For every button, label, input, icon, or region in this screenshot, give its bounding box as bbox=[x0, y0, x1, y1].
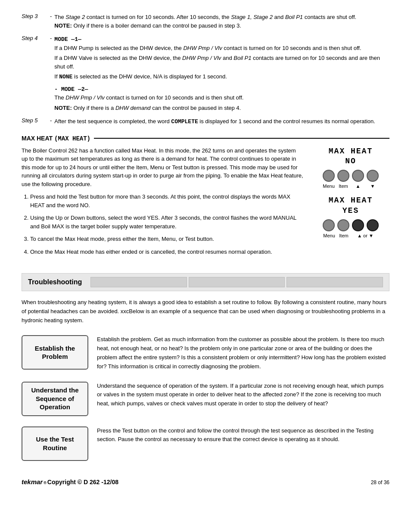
btn-down-1[interactable] bbox=[367, 170, 379, 182]
btn-label-item-1: Item bbox=[337, 184, 349, 189]
step-5-label: Step 5 bbox=[22, 117, 47, 124]
step4-mode2-line1-post: contact is turned on for 10 seconds and … bbox=[105, 94, 244, 101]
max-heat-list: Press and hold the Test button for more … bbox=[30, 193, 303, 256]
max-heat-item4-italic: Max Heat bbox=[54, 249, 78, 255]
step4-mode1-line2: If a DHW Valve is selected as the DHW de… bbox=[54, 54, 389, 71]
step-4-row: Step 4 - MODE —1— If a DHW Pump is selec… bbox=[22, 35, 389, 112]
ts-description-test: Press the Test button on the control and… bbox=[97, 426, 389, 445]
ts-item-establish: Establish the Problem Establish the prob… bbox=[22, 335, 389, 371]
step4-note-text-pre: Only if there is a bbox=[72, 105, 115, 111]
max-heat-item1-italic: Test bbox=[78, 193, 89, 200]
step4-mode1-line1-post: contact is turned on for 10 seconds and … bbox=[222, 45, 361, 51]
step4-note-text-post: can the control be paused in step 4. bbox=[151, 105, 241, 111]
step4-mode1-line2-pre: If a DHW Valve is selected as the DHW de… bbox=[54, 55, 182, 61]
step5-text-post: is displayed for 1 second and the contro… bbox=[198, 118, 375, 124]
btn-menu-2[interactable] bbox=[323, 219, 335, 231]
btn-label-down-1: ▼ bbox=[367, 184, 379, 189]
ts-box-sequence: Understand the Sequence of Operation bbox=[22, 382, 88, 416]
max-heat-title-mono: (MAX HEAT) bbox=[54, 135, 90, 142]
step-4-body: MODE —1— If a DHW Pump is selected as th… bbox=[54, 35, 389, 112]
ts-item-test: Use the Test Routine Press the Test butt… bbox=[22, 426, 389, 461]
step-3-label: Step 3 bbox=[22, 13, 47, 19]
step-5-dash: - bbox=[50, 117, 52, 124]
footer-brand: tekmar® Copyright © D 262 -12/08 bbox=[22, 478, 118, 485]
ts-box-test: Use the Test Routine bbox=[22, 426, 88, 461]
max-heat-line bbox=[94, 138, 389, 139]
step3-text4: contacts are shut off. bbox=[303, 14, 356, 20]
btn-item-2[interactable] bbox=[337, 219, 349, 231]
step3-note-text: Only if there is a boiler demand can the… bbox=[72, 22, 241, 29]
step3-text1: The bbox=[54, 14, 65, 20]
step4-note-label: NOTE: bbox=[54, 105, 72, 111]
step-4-label: Step 4 bbox=[22, 35, 47, 41]
step4-mode1-mono: NONE bbox=[59, 74, 72, 80]
ts-box-establish-label: Establish the Problem bbox=[26, 344, 84, 361]
max-heat-item-2: Using the Up or Down buttons, select the… bbox=[30, 214, 303, 230]
step3-note-label: NOTE: bbox=[54, 22, 72, 29]
display-box-yes: MAX HEATYES Menu Item ▲ or ▼ bbox=[323, 196, 379, 238]
max-heat-title-text: MAX HEAT bbox=[22, 135, 54, 142]
buttons-row-2 bbox=[323, 219, 379, 231]
page-footer: tekmar® Copyright © D 262 -12/08 28 of 3… bbox=[22, 478, 389, 485]
step5-mono: COMPLETE bbox=[171, 118, 198, 125]
btn-labels-1: Menu Item ▲ ▼ bbox=[323, 184, 379, 189]
btn-label-updown-2: ▲ or ▼ bbox=[352, 233, 378, 238]
troubleshooting-title: Troubleshooting bbox=[28, 278, 82, 286]
max-heat-header: MAX HEAT (MAX HEAT) bbox=[22, 135, 389, 142]
btn-menu-1[interactable] bbox=[323, 170, 335, 182]
btn-label-up-1: ▲ bbox=[352, 184, 364, 189]
step4-mode1-italic2: DHW Pmp / Vlv bbox=[182, 55, 221, 61]
step3-italic2: Stage 1, Stage 2 bbox=[231, 14, 273, 20]
header-bar-seg-1 bbox=[90, 277, 187, 287]
ts-description-sequence: Understand the sequence of operation of … bbox=[97, 382, 389, 408]
step4-mode1-line1-pre: If a DHW Pump is selected as the DHW dev… bbox=[54, 45, 183, 51]
btn-label-menu-2: Menu bbox=[323, 233, 335, 238]
brand-name: tekmar bbox=[22, 478, 43, 485]
ts-box-establish: Establish the Problem bbox=[22, 335, 88, 370]
step5-text-pre: After the test sequence is completed, th… bbox=[54, 118, 171, 124]
step4-mode1-label: MODE —1— bbox=[54, 36, 81, 43]
ts-item-sequence: Understand the Sequence of Operation Und… bbox=[22, 382, 389, 416]
step4-mode2-line1-pre: The bbox=[54, 94, 65, 101]
brand-tm: ® bbox=[44, 481, 47, 485]
page-content: Step 3 - The Stage 2 contact is turned o… bbox=[22, 13, 389, 485]
step4-note-italic: DHW demand bbox=[115, 105, 151, 111]
step4-mode1-line3-post: is selected as the DHW device, N/A is di… bbox=[72, 73, 227, 80]
step-3-dash: - bbox=[50, 13, 52, 19]
max-heat-displays: MAX HEATNO Menu Item ▲ ▼ MAX H bbox=[312, 146, 389, 261]
btn-up-2[interactable] bbox=[352, 219, 364, 231]
btn-label-item-2: Item bbox=[338, 233, 350, 238]
max-heat-item3-italic1: Max Heat bbox=[65, 236, 89, 242]
step4-mode2: - MODE —2— The DHW Pmp / Vlv contact is … bbox=[54, 85, 389, 102]
step3-text2: contact is turned on for 10 seconds. Aft… bbox=[85, 14, 231, 20]
ts-box-test-label: Use the Test Routine bbox=[26, 435, 84, 452]
max-heat-item-3: To cancel the Max Heat mode, press eithe… bbox=[30, 235, 303, 243]
step4-mode2-italic: DHW Pmp / Vlv bbox=[65, 94, 104, 101]
ts-description-establish: Establish the problem. Get as much infor… bbox=[97, 335, 389, 371]
header-bar-seg-2 bbox=[189, 277, 285, 287]
btn-item-1[interactable] bbox=[337, 170, 349, 182]
step-3-body: The Stage 2 contact is turned on for 10 … bbox=[54, 13, 389, 30]
btn-up-1[interactable] bbox=[352, 170, 364, 182]
btn-label-menu-1: Menu bbox=[323, 184, 335, 189]
step3-italic3: Boil P1 bbox=[285, 14, 303, 20]
max-heat-title: MAX HEAT (MAX HEAT) bbox=[22, 135, 90, 142]
troubleshooting-header: Troubleshooting bbox=[22, 273, 389, 291]
header-bar-seg-3 bbox=[286, 277, 383, 287]
step4-mode1-line2-and: and bbox=[221, 55, 234, 61]
step3-italic1: Stage 2 bbox=[65, 14, 85, 20]
step-4-dash: - bbox=[50, 35, 52, 41]
max-heat-text: The Boiler Control 262 has a function ca… bbox=[22, 146, 303, 261]
step4-mode1-italic3: Boil P1 bbox=[234, 55, 251, 61]
step4-mode1-line3-pre: If bbox=[54, 73, 59, 80]
step4-mode1-line3: If NONE is selected as the DHW device, N… bbox=[54, 72, 389, 81]
step-5-body: After the test sequence is completed, th… bbox=[54, 117, 389, 126]
step-5-row: Step 5 - After the test sequence is comp… bbox=[22, 117, 389, 126]
step4-note: NOTE: Only if there is a DHW demand can … bbox=[54, 104, 389, 112]
ts-box-sequence-label: Understand the Sequence of Operation bbox=[26, 386, 84, 411]
display-box-no: MAX HEATNO Menu Item ▲ ▼ bbox=[323, 146, 379, 189]
btn-down-2[interactable] bbox=[367, 219, 379, 231]
step4-mode1-italic1: DHW Pmp / Vlv bbox=[183, 45, 222, 51]
step-3-row: Step 3 - The Stage 2 contact is turned o… bbox=[22, 13, 389, 30]
buttons-row-1 bbox=[323, 170, 379, 182]
